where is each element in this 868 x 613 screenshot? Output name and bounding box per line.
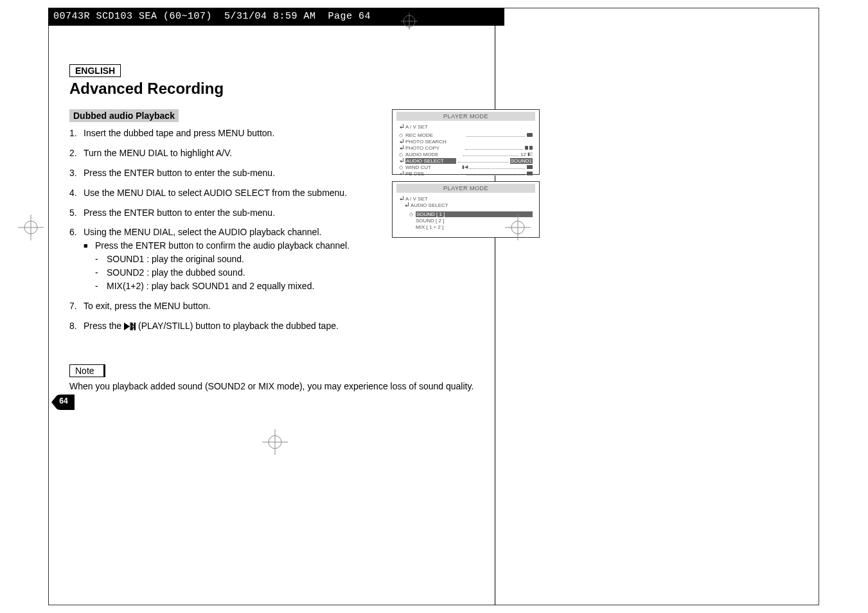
menu-title: PLAYER MODE xyxy=(396,184,535,193)
step-number: 1. xyxy=(69,127,84,139)
step-text-b: (PLAY/STILL) button to playback the dubb… xyxy=(138,321,339,331)
return-icon xyxy=(399,171,405,177)
menu-item: A / V SET xyxy=(405,124,533,130)
dash-bullet: - xyxy=(95,280,107,292)
menu-item: PHOTO SEARCH xyxy=(405,139,533,145)
crop-mark-icon xyxy=(262,429,288,455)
tape-icon xyxy=(527,132,533,138)
return-icon xyxy=(399,145,405,151)
menu-item: PB DSE xyxy=(405,171,465,177)
diamond-icon: ◇ xyxy=(399,132,405,138)
section-heading: Dubbed audio Playback xyxy=(69,109,179,122)
return-icon xyxy=(399,124,405,130)
photo-copy-icon xyxy=(525,145,533,151)
svg-marker-3 xyxy=(124,323,130,330)
diamond-icon: ◇ xyxy=(409,211,416,217)
trim-line xyxy=(495,8,495,605)
crop-mark-icon xyxy=(18,215,44,240)
diamond-icon: ◇ xyxy=(399,152,405,157)
menu-item-selected: AUDIO SELECT xyxy=(405,158,456,164)
subsubstep-text: MIX(1+2) : play back SOUND1 and 2 equall… xyxy=(107,280,487,292)
menu-item: PHOTO COPY xyxy=(405,145,463,151)
return-icon xyxy=(399,139,405,145)
subsubstep-text: SOUND2 : play the dubbed sound. xyxy=(107,267,487,279)
note-label: Note xyxy=(69,364,105,377)
menu-item: REC MODE xyxy=(405,132,465,138)
step-text: To exit, press the MENU button. xyxy=(84,300,487,312)
menu-item: AUDIO SELECT xyxy=(411,202,533,208)
menu-item: A / V SET xyxy=(405,196,533,202)
menu-title: PLAYER MODE xyxy=(396,112,535,121)
step-number: 8. xyxy=(69,320,84,332)
svg-rect-7 xyxy=(134,323,136,330)
step-number: 2. xyxy=(69,147,84,159)
crop-mark-icon xyxy=(505,215,531,240)
menu-item: AUDIO MODE xyxy=(405,152,461,157)
wind-off-icon: ▮◀ xyxy=(462,164,468,170)
square-bullet-icon: ■ xyxy=(84,240,95,251)
dash-bullet: - xyxy=(95,253,107,265)
step-number: 3. xyxy=(69,167,84,179)
svg-rect-6 xyxy=(131,323,133,330)
page-title: Advanced Recording xyxy=(69,80,487,98)
return-icon xyxy=(399,158,405,164)
substep-text: Press the ENTER button to confirm the au… xyxy=(95,240,487,252)
off-icon xyxy=(527,164,533,170)
note-text: When you playback added sound (SOUND2 or… xyxy=(69,381,487,391)
page-number: 64 xyxy=(51,396,76,405)
play-still-icon xyxy=(124,323,138,330)
audio-bits-icon: ▮▯ xyxy=(527,152,533,157)
menu-value-selected: SOUND1 xyxy=(510,158,533,164)
step-number: 5. xyxy=(69,207,84,219)
off-icon xyxy=(527,171,533,177)
job-info: 00743R SCD103 SEA (60~107) 5/31/04 8:59 … xyxy=(53,11,371,22)
language-box: ENGLISH xyxy=(69,64,121,77)
menu-item: WIND CUT xyxy=(405,164,461,170)
step-number: 4. xyxy=(69,187,84,199)
diamond-icon: ◇ xyxy=(399,164,405,170)
osd-menu-player-mode-1: PLAYER MODE A / V SET ◇REC MODE PHOTO SE… xyxy=(392,109,540,175)
return-icon xyxy=(404,202,411,208)
step-text: Press the (PLAY/STILL) button to playbac… xyxy=(84,320,487,332)
step-number: 6. xyxy=(69,226,84,238)
step-text-a: Press the xyxy=(84,321,124,331)
step-number: 7. xyxy=(69,300,84,312)
subsubstep-text: SOUND1 : play the original sound. xyxy=(107,253,487,265)
menu-value: 12 xyxy=(520,152,526,157)
return-icon xyxy=(399,196,405,202)
dash-bullet: - xyxy=(95,267,107,279)
registration-mark-icon xyxy=(401,13,418,30)
print-header: 00743R SCD103 SEA (60~107) 5/31/04 8:59 … xyxy=(48,8,504,26)
